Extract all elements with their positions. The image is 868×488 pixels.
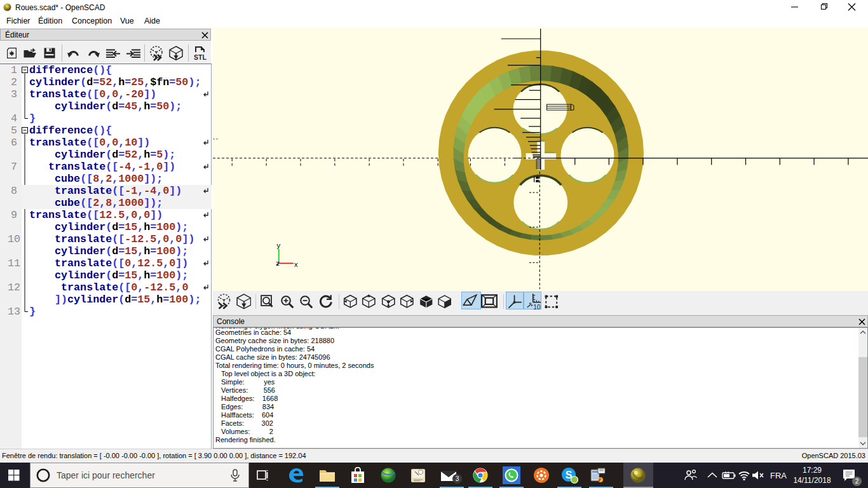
- svg-text:y: y: [276, 242, 281, 250]
- svg-text:STL: STL: [194, 53, 207, 60]
- svg-text:z: z: [276, 260, 280, 268]
- svg-text:x: x: [294, 261, 299, 269]
- svg-text:10: 10: [533, 304, 541, 311]
